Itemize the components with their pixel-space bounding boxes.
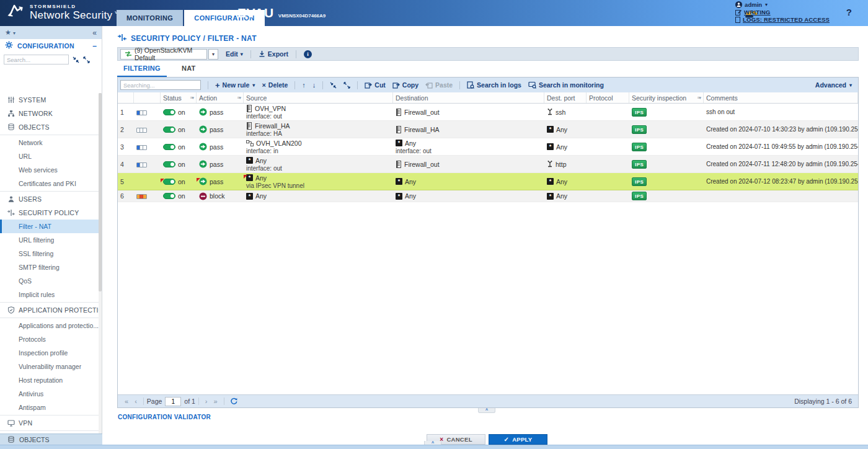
sidebar-item-objects-bottom[interactable]: OBJECTS: [0, 433, 102, 445]
policy-selector[interactable]: (9) OpenStack/KVM Default: [120, 49, 207, 60]
toolbar-divider: [250, 50, 251, 58]
tab-filtering[interactable]: FILTERING: [117, 62, 167, 78]
table-row[interactable]: 2onpassFirewall_HAinterface: HAFirewall_…: [118, 121, 858, 138]
search-in-logs-button[interactable]: Search in logs: [467, 81, 521, 89]
tab-nat[interactable]: NAT: [175, 62, 202, 78]
table-row[interactable]: 6onblock*Any*Any*AnyIPS: [118, 190, 858, 202]
sidebar-item-url[interactable]: URL: [0, 149, 99, 163]
column-header-protocol[interactable]: Protocol: [587, 92, 629, 103]
port-name: Any: [556, 143, 567, 151]
status-toggle[interactable]: [163, 179, 175, 185]
copy-button[interactable]: Copy: [392, 81, 418, 89]
sidebar-item-certificates-and-pki[interactable]: Certificates and PKI: [0, 177, 99, 190]
rule-port-cell: *Any: [544, 126, 587, 133]
move-up-button[interactable]: ↑: [302, 81, 306, 89]
sidebar-item-label: URL filtering: [19, 236, 54, 244]
last-page-icon[interactable]: »: [214, 398, 218, 405]
sidebar-item-application-protection[interactable]: APPLICATION PROTECTION: [0, 303, 99, 317]
table-row[interactable]: 5onpass*Anyvia IPsec VPN tunnel*Any*AnyI…: [118, 173, 858, 190]
column-header-security-inspection[interactable]: Security inspection≡▾: [629, 92, 704, 103]
sidebar-item-qos[interactable]: QoS: [0, 274, 99, 288]
sidebar-item-users[interactable]: USERS: [0, 192, 99, 206]
sort-icon[interactable]: ≡▾: [237, 96, 241, 100]
sidebar-item-implicit-rules[interactable]: Implicit rules: [0, 288, 99, 301]
help-icon[interactable]: ?: [846, 7, 852, 17]
status-toggle[interactable]: [163, 193, 175, 199]
logs-access[interactable]: LOGS: RESTRICTED ACCESS: [735, 16, 830, 23]
sidebar-item-smtp-filtering[interactable]: SMTP filtering: [0, 260, 99, 274]
status-toggle[interactable]: [163, 127, 175, 133]
column-header-comments[interactable]: Comments: [704, 92, 858, 103]
search-in-monitoring-button[interactable]: Search in monitoring: [528, 81, 604, 89]
writing-mode[interactable]: WRITING: [735, 9, 830, 16]
sidebar-minimize-icon[interactable]: –: [92, 42, 97, 50]
status-toggle[interactable]: [163, 144, 175, 150]
expand-all-icon[interactable]: [83, 56, 90, 63]
rule-state-icon: [136, 162, 147, 167]
user-menu[interactable]: admin ▾: [735, 1, 830, 8]
first-page-icon[interactable]: «: [125, 398, 128, 405]
column-header-action[interactable]: Action≡▾: [197, 92, 244, 103]
policy-selector-caret[interactable]: ▾: [208, 49, 218, 60]
sidebar-item-vulnerability-manager[interactable]: Vulnerability manager: [0, 360, 99, 373]
table-row[interactable]: 3onpassOVH_VLAN200interface: in*Anyinter…: [118, 138, 858, 156]
sidebar-item-applications-and-protectio[interactable]: Applications and protectio...: [0, 319, 99, 332]
advanced-button[interactable]: Advanced▾: [815, 81, 852, 89]
cut-button[interactable]: Cut: [365, 81, 386, 89]
sidebar-item-host-reputation[interactable]: Host reputation: [0, 373, 99, 387]
sidebar-item-vpn[interactable]: VPN: [0, 416, 99, 430]
next-page-icon[interactable]: ›: [205, 398, 208, 405]
sidebar-item-antispam[interactable]: Antispam: [0, 401, 99, 414]
sidebar-item-filter-nat[interactable]: Filter - NAT: [0, 220, 99, 233]
paste-button[interactable]: Paste: [425, 81, 453, 89]
status-toggle[interactable]: [163, 161, 175, 167]
rule-port-cell: ssh: [544, 109, 587, 116]
column-header-dest-port[interactable]: Dest. port: [544, 92, 587, 103]
column-header-status[interactable]: Status≡▾: [161, 92, 197, 103]
sidebar-item-web-services[interactable]: Web services: [0, 163, 99, 177]
refresh-icon[interactable]: [230, 398, 237, 405]
table-row[interactable]: 1onpassOVH_VPNinterface: outFirewall_out…: [118, 104, 858, 121]
sidebar-item-network[interactable]: Network: [0, 136, 99, 149]
page-input[interactable]: [165, 397, 181, 406]
sidebar-collapse-icon[interactable]: «: [92, 29, 97, 37]
info-icon[interactable]: i: [304, 50, 312, 58]
configuration-validator-link[interactable]: CONFIGURATION VALIDATOR: [118, 414, 211, 420]
table-row[interactable]: 4onpass*Anyinterface: outFirewall_outhtt…: [118, 156, 858, 173]
sidebar-item-antivirus[interactable]: Antivirus: [0, 387, 99, 401]
expand-rows-button[interactable]: [343, 82, 350, 89]
sidebar-item-ssl-filtering[interactable]: SSL filtering: [0, 247, 99, 260]
apply-button[interactable]: ✓ APPLY: [489, 434, 547, 445]
delete-button[interactable]: ×Delete: [262, 81, 288, 89]
sidebar-section-header: CONFIGURATION –: [0, 39, 102, 52]
new-rule-button[interactable]: +New rule▾: [215, 81, 255, 90]
export-button[interactable]: Export: [259, 50, 288, 58]
collapse-all-icon[interactable]: [73, 56, 79, 63]
prev-page-icon[interactable]: ‹: [135, 398, 137, 405]
move-down-button[interactable]: ↓: [312, 81, 316, 89]
favorites-star-icon[interactable]: ★ ▾: [5, 29, 16, 37]
tab-monitoring[interactable]: MONITORING: [117, 10, 183, 26]
sidebar-search-input[interactable]: [4, 55, 69, 64]
sidebar-item-objects[interactable]: OBJECTS: [0, 120, 99, 134]
sidebar-item-network[interactable]: NETWORK: [0, 107, 99, 120]
sort-icon[interactable]: ≡▾: [190, 96, 193, 100]
sidebar-item-inspection-profile[interactable]: Inspection profile: [0, 346, 99, 360]
sidebar-item-label: Certificates and PKI: [19, 180, 76, 187]
sidebar-item-security-policy[interactable]: SECURITY POLICY: [0, 206, 99, 220]
sort-icon[interactable]: ≡▾: [697, 96, 701, 100]
sidebar-item-url-filtering[interactable]: URL filtering: [0, 233, 99, 247]
sidebar-scrollbar[interactable]: [99, 93, 102, 434]
bottom-panel-strip[interactable]: [0, 445, 868, 449]
collapse-rows-button[interactable]: [330, 82, 337, 89]
column-header-source[interactable]: Source: [244, 92, 393, 103]
validator-collapse-handle[interactable]: ^: [478, 408, 495, 413]
column-header-destination[interactable]: Destination: [393, 92, 544, 103]
sidebar-item-system[interactable]: SYSTEM: [0, 93, 99, 107]
status-toggle[interactable]: [163, 109, 175, 115]
rules-search-input[interactable]: [120, 80, 201, 90]
edit-button[interactable]: Edit▾: [226, 50, 243, 58]
any-object-icon: *: [547, 143, 554, 150]
page-label: Page: [147, 398, 162, 405]
sidebar-item-protocols[interactable]: Protocols: [0, 332, 99, 346]
